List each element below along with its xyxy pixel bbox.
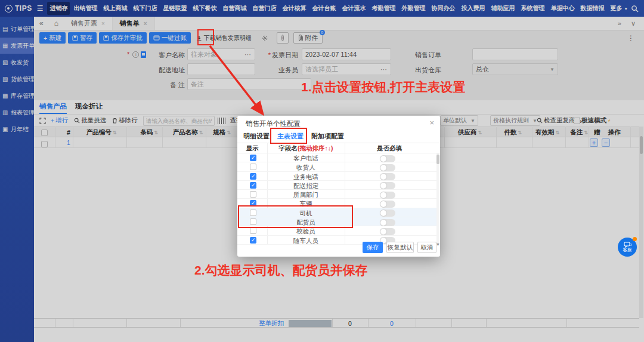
- field-name: 业务电话: [267, 173, 345, 181]
- modal-table-header: 显示 字段名(拖动排序↑↓) 是否必填: [237, 143, 440, 153]
- annotation-arrow: [197, 44, 274, 123]
- field-show-checkbox[interactable]: [250, 173, 256, 180]
- modal-close-icon[interactable]: ×: [429, 118, 434, 127]
- col-field: 字段名(拖动排序↑↓): [267, 143, 345, 153]
- config-modal: 销售开单个性配置 × 明细设置主表设置附加项配置 显示 字段名(拖动排序↑↓) …: [237, 116, 440, 257]
- field-name: 配送指定: [267, 182, 345, 190]
- field-name: 收货人: [267, 164, 345, 172]
- field-name: 所属部门: [267, 191, 345, 199]
- field-required-toggle[interactable]: [380, 209, 395, 217]
- field-required-toggle[interactable]: [380, 192, 395, 199]
- modal-field-row: 配送指定: [237, 181, 436, 190]
- field-required-toggle[interactable]: [380, 164, 395, 171]
- annotation-step2: 2.勾选显示司机、配货员并保存: [194, 262, 368, 279]
- service-notification-dot: [633, 237, 637, 241]
- modal-field-row: 客户电话: [237, 153, 436, 162]
- field-show-checkbox[interactable]: [250, 191, 256, 198]
- annotation-box-gear: [197, 29, 214, 45]
- modal-tab[interactable]: 明细设置: [243, 132, 270, 141]
- modal-tab[interactable]: 附加项配置: [311, 132, 344, 141]
- modal-cancel-button[interactable]: 取消: [417, 242, 436, 253]
- field-required-toggle[interactable]: [380, 219, 395, 226]
- col-required: 是否必填: [345, 143, 434, 153]
- annotation-step1: 1.点击设置按钮,打开主表设置: [301, 79, 465, 95]
- field-required-toggle[interactable]: [380, 228, 395, 235]
- annotation-box-main-tab: [270, 128, 307, 144]
- annotation-box-driver-rows: [238, 205, 353, 228]
- customer-service-button[interactable]: 客服: [618, 238, 637, 257]
- app-root: TIPS ☰ 进销存出纳管理线上商城线下门店星链联盟线下餐饮自营商城自营门店会计…: [0, 0, 644, 342]
- modal-save-button[interactable]: 保存: [363, 242, 383, 253]
- field-show-checkbox[interactable]: [250, 164, 256, 170]
- modal-reset-button[interactable]: 恢复默认: [386, 242, 414, 253]
- modal-footer: 保存 恢复默认 取消: [237, 239, 440, 257]
- col-show: 显示: [237, 143, 267, 153]
- field-required-toggle[interactable]: [380, 201, 395, 208]
- field-name: 客户电话: [267, 155, 345, 163]
- modal-field-row: 业务电话: [237, 172, 436, 181]
- field-name: 校验员: [267, 227, 345, 236]
- modal-field-row: 所属部门: [237, 190, 436, 199]
- modal-scrollbar[interactable]: [436, 153, 439, 245]
- modal-field-row: 收货人: [237, 162, 436, 171]
- field-required-toggle[interactable]: [380, 173, 395, 180]
- field-required-toggle[interactable]: [380, 155, 395, 162]
- service-label: 客服: [623, 247, 632, 253]
- field-show-checkbox[interactable]: [250, 155, 256, 161]
- field-show-checkbox[interactable]: [250, 182, 256, 189]
- field-required-toggle[interactable]: [380, 182, 395, 189]
- field-show-checkbox[interactable]: [250, 227, 256, 234]
